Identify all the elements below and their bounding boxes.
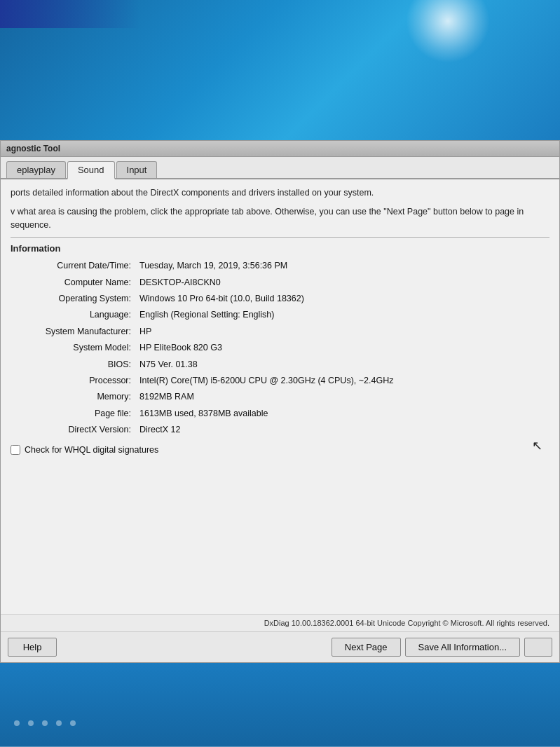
info-label: Computer Name: (11, 275, 137, 291)
info-value: 8192MB RAM (137, 389, 549, 405)
info-label: DirectX Version: (11, 422, 137, 438)
divider-1 (11, 237, 549, 238)
info-value: DESKTOP-AI8CKN0 (137, 275, 549, 291)
table-row: BIOS:N75 Ver. 01.38 (11, 357, 549, 373)
table-row: System Manufacturer:HP (11, 324, 549, 340)
extra-button[interactable] (524, 638, 552, 657)
save-all-button[interactable]: Save All Information... (405, 638, 520, 657)
section-title: Information (11, 243, 549, 254)
table-row: System Model:HP EliteBook 820 G3 (11, 340, 549, 356)
footer-copyright: DxDiag 10.00.18362.0001 64-bit Unicode C… (1, 614, 559, 631)
info-label: BIOS: (11, 357, 137, 373)
whql-checkbox[interactable] (11, 445, 20, 455)
table-row: Computer Name:DESKTOP-AI8CKN0 (11, 275, 549, 291)
info-value: DirectX 12 (137, 422, 549, 438)
whql-label[interactable]: Check for WHQL digital signatures (25, 445, 158, 455)
info-label: System Manufacturer: (11, 324, 137, 340)
info-label: Processor: (11, 373, 137, 389)
info-value: 1613MB used, 8378MB available (137, 406, 549, 422)
info-label: Memory: (11, 389, 137, 405)
next-page-button[interactable]: Next Page (332, 638, 401, 657)
table-row: Current Date/Time:Tuesday, March 19, 201… (11, 258, 549, 274)
desktop-bottom (0, 663, 560, 747)
tab-bar: eplayplay Sound Input (1, 157, 559, 179)
dot-5 (70, 720, 76, 726)
dot-4 (56, 720, 62, 726)
window-title: agnostic Tool (6, 144, 60, 153)
dot-1 (14, 720, 20, 726)
info-value: Tuesday, March 19, 2019, 3:56:36 PM (137, 258, 549, 274)
tab-input[interactable]: Input (116, 161, 158, 178)
system-info-table: Current Date/Time:Tuesday, March 19, 201… (11, 258, 549, 438)
taskbar-dots (0, 720, 560, 726)
dot-2 (28, 720, 34, 726)
description-line1: ports detailed information about the Dir… (11, 186, 549, 200)
table-row: Memory:8192MB RAM (11, 389, 549, 405)
checkbox-area: Check for WHQL digital signatures (11, 445, 549, 455)
right-buttons: Next Page Save All Information... (332, 638, 552, 657)
title-glow (0, 0, 140, 28)
info-value: N75 Ver. 01.38 (137, 357, 549, 373)
desktop-background (0, 0, 560, 147)
help-button[interactable]: Help (8, 638, 57, 657)
info-value: Windows 10 Pro 64-bit (10.0, Build 18362… (137, 291, 549, 307)
dot-3 (42, 720, 48, 726)
table-row: Language:English (Regional Setting: Engl… (11, 307, 549, 323)
table-row: Processor:Intel(R) Core(TM) i5-6200U CPU… (11, 373, 549, 389)
table-row: Operating System:Windows 10 Pro 64-bit (… (11, 291, 549, 307)
cursor-icon: ↖ (532, 438, 542, 453)
table-row: DirectX Version:DirectX 12 (11, 422, 549, 438)
info-label: Current Date/Time: (11, 258, 137, 274)
dialog-window: agnostic Tool eplayplay Sound Input port… (0, 140, 560, 663)
info-label: System Model: (11, 340, 137, 356)
description-line2: v what area is causing the problem, clic… (11, 205, 549, 232)
button-bar: Help Next Page Save All Information... (1, 631, 559, 662)
tab-sound[interactable]: Sound (67, 161, 115, 179)
title-bar: agnostic Tool (1, 141, 559, 157)
info-label: Language: (11, 307, 137, 323)
info-value: HP (137, 324, 549, 340)
info-value: HP EliteBook 820 G3 (137, 340, 549, 356)
tab-display[interactable]: eplayplay (6, 161, 66, 178)
info-label: Operating System: (11, 291, 137, 307)
info-value: English (Regional Setting: English) (137, 307, 549, 323)
table-row: Page file:1613MB used, 8378MB available (11, 406, 549, 422)
content-area: ports detailed information about the Dir… (1, 179, 559, 614)
info-value: Intel(R) Core(TM) i5-6200U CPU @ 2.30GHz… (137, 373, 549, 389)
info-label: Page file: (11, 406, 137, 422)
